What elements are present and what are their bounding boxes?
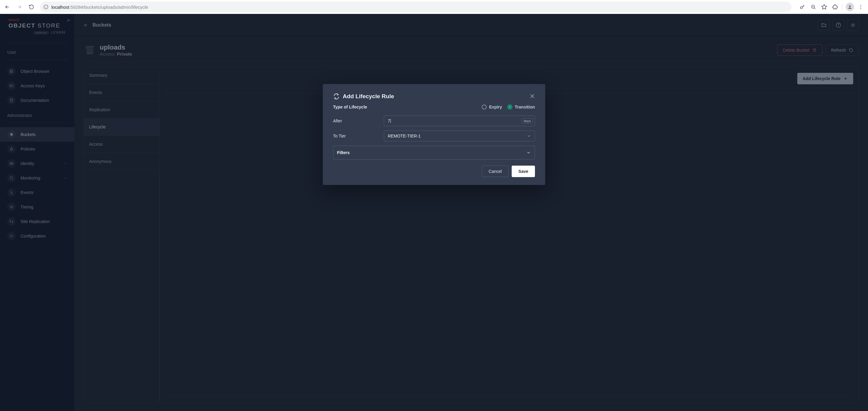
filters-label: Filters xyxy=(337,150,526,155)
after-value: 7 xyxy=(388,119,390,123)
radio-unchecked-icon xyxy=(482,104,487,109)
tier-value: REMOTE-TIER-1 xyxy=(388,133,421,138)
chevron-down-icon xyxy=(527,134,531,138)
cancel-button[interactable]: Cancel xyxy=(482,166,509,177)
modal-backdrop[interactable] xyxy=(0,14,868,411)
expiry-radio[interactable]: Expiry xyxy=(482,104,502,109)
radio-checked-icon xyxy=(507,104,512,109)
to-tier-select[interactable]: REMOTE-TIER-1 xyxy=(384,131,535,141)
after-label: After xyxy=(333,119,384,123)
add-lifecycle-modal: Add Lifecycle Rule ✕ Type of Lifecycle E… xyxy=(323,84,545,185)
browser-chrome: localhost:59284/buckets/uploads/admin/li… xyxy=(0,0,868,14)
back-icon[interactable] xyxy=(2,2,12,12)
reload-icon[interactable] xyxy=(27,2,36,12)
zoom-icon[interactable] xyxy=(808,2,818,12)
transition-radio[interactable]: Transition xyxy=(507,104,535,109)
bookmark-star-icon[interactable] xyxy=(819,2,829,12)
extensions-icon[interactable] xyxy=(830,2,840,12)
address-bar[interactable]: localhost:59284/buckets/uploads/admin/li… xyxy=(40,1,792,12)
app-root: MINIO OBJECT STORE AGPLv3LICENSE User Ob… xyxy=(0,14,868,411)
svg-point-5 xyxy=(861,7,861,7)
chrome-toolbar-right xyxy=(798,2,866,12)
svg-point-4 xyxy=(861,5,861,6)
save-button[interactable]: Save xyxy=(512,166,535,177)
after-input[interactable]: 7 days xyxy=(384,116,535,126)
filters-accordion[interactable]: Filters xyxy=(333,146,535,160)
url-text: localhost:59284/buckets/uploads/admin/li… xyxy=(51,4,148,10)
kebab-menu-icon[interactable] xyxy=(856,2,866,12)
forward-icon[interactable] xyxy=(14,2,24,12)
type-of-lifecycle-label: Type of Lifecycle xyxy=(333,104,476,109)
to-tier-label: To Tier xyxy=(333,133,384,138)
site-info-icon[interactable] xyxy=(43,4,49,9)
days-unit: days xyxy=(522,118,533,124)
lifecycle-icon xyxy=(333,93,340,100)
chevron-down-icon xyxy=(526,150,531,155)
expiry-label: Expiry xyxy=(489,104,502,109)
password-key-icon[interactable] xyxy=(798,2,807,12)
close-icon[interactable]: ✕ xyxy=(529,92,535,100)
transition-label: Transition xyxy=(515,104,535,109)
svg-point-3 xyxy=(849,5,850,7)
profile-avatar[interactable] xyxy=(845,2,855,12)
svg-point-6 xyxy=(861,8,861,9)
divider xyxy=(842,4,843,10)
modal-title: Add Lifecycle Rule xyxy=(343,93,526,100)
